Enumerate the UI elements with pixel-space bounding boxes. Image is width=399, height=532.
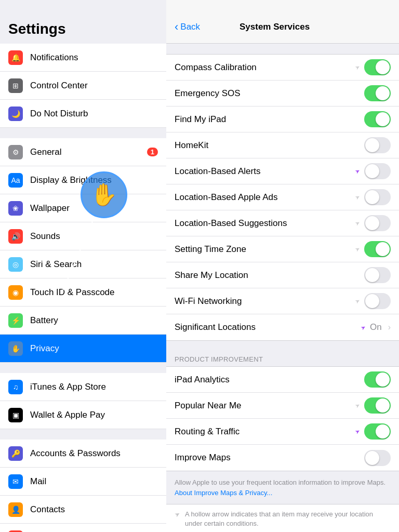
sidebar-label-display: Display & Brightness xyxy=(30,175,158,185)
row-right-popular-near-me: ➤ xyxy=(355,397,391,414)
row-right-location-alerts: ➤ xyxy=(355,163,391,179)
legend-text-0: A hollow arrow indicates that an item ma… xyxy=(185,510,391,528)
row-find-ipad[interactable]: Find My iPad xyxy=(166,107,399,132)
row-routing[interactable]: Routing & Traffic➤ xyxy=(166,419,399,445)
toggle-switch[interactable] xyxy=(364,215,391,231)
sidebar-item-mail[interactable]: ✉Mail xyxy=(0,468,166,496)
mail-icon: ✉ xyxy=(8,474,23,489)
toggle-switch[interactable] xyxy=(364,85,391,101)
row-location-alerts[interactable]: Location-Based Alerts➤ xyxy=(166,158,399,184)
sidebar-header: Settings xyxy=(0,10,166,44)
sidebar-label-sounds: Sounds xyxy=(30,231,158,242)
row-wifi[interactable]: Wi-Fi Networking➤ xyxy=(166,288,399,314)
toggle-knob xyxy=(376,373,390,387)
toggle-switch[interactable] xyxy=(364,293,391,309)
row-ipad-analytics[interactable]: iPad Analytics xyxy=(166,367,399,393)
sidebar-label-general: General xyxy=(30,147,147,157)
row-label-popular-near-me: Popular Near Me xyxy=(175,394,355,417)
row-right-compass: ➤ xyxy=(355,59,391,75)
display-icon: Aa xyxy=(8,173,23,188)
toggle-switch[interactable] xyxy=(364,163,391,179)
sidebar-item-sounds[interactable]: 🔊Sounds xyxy=(0,222,166,250)
row-right-improve-maps xyxy=(364,450,391,466)
toggle-switch[interactable] xyxy=(364,59,391,75)
back-chevron-icon: ‹ xyxy=(175,20,178,34)
toggle-knob xyxy=(365,268,379,282)
sidebar-label-notifications: Notifications xyxy=(30,52,158,63)
row-significant[interactable]: Significant Locations➤On› xyxy=(166,314,399,340)
toggle-knob xyxy=(365,164,379,178)
row-value-significant: On xyxy=(370,322,382,332)
row-right-time-zone: ➤ xyxy=(355,241,391,257)
back-button[interactable]: ‹ Back xyxy=(175,20,200,34)
sidebar-item-do-not-disturb[interactable]: 🌙Do Not Disturb xyxy=(0,100,166,128)
sidebar-item-notifications[interactable]: 🔔Notifications xyxy=(0,44,166,72)
row-location-ads[interactable]: Location-Based Apple Ads➤ xyxy=(166,184,399,210)
badge-general: 1 xyxy=(147,148,158,156)
toggle-switch[interactable] xyxy=(364,189,391,205)
wallet-icon: ▣ xyxy=(8,408,23,422)
sidebar-item-control-center[interactable]: ⊞Control Center xyxy=(0,72,166,100)
purple-arrow-icon: ➤ xyxy=(354,428,361,436)
gray-arrow-icon: ➤ xyxy=(354,219,361,228)
purple-arrow-icon: ➤ xyxy=(360,323,367,331)
sidebar-item-accounts[interactable]: 🔑Accounts & Passwords xyxy=(0,440,166,468)
row-improve-maps[interactable]: Improve Maps xyxy=(166,445,399,471)
row-time-zone[interactable]: Setting Time Zone➤ xyxy=(166,236,399,262)
product-table-group: iPad AnalyticsPopular Near Me➤Routing & … xyxy=(166,366,399,471)
maps-footer-link[interactable]: About Improve Maps & Privacy... xyxy=(175,489,272,497)
sidebar-item-general[interactable]: ⚙General1 xyxy=(0,138,166,166)
sidebar: Settings 🔔Notifications⊞Control Center🌙D… xyxy=(0,0,166,532)
row-compass[interactable]: Compass Calibration➤ xyxy=(166,55,399,81)
toggle-switch[interactable] xyxy=(364,137,391,153)
toggle-switch[interactable] xyxy=(364,267,391,283)
toggle-switch[interactable] xyxy=(364,423,391,440)
nav-bar: ‹ Back System Services xyxy=(166,10,399,44)
sidebar-item-battery[interactable]: ⚡Battery xyxy=(0,307,166,335)
gray-arrow-icon: ➤ xyxy=(354,193,361,202)
row-right-significant: ➤On› xyxy=(361,322,391,332)
row-right-location-suggestions: ➤ xyxy=(355,215,391,231)
toggle-knob xyxy=(376,242,390,256)
contacts-icon: 👤 xyxy=(8,502,23,517)
sidebar-label-wallet: Wallet & Apple Pay xyxy=(30,410,158,420)
sidebar-item-touch[interactable]: ◉Touch ID & Passcode xyxy=(0,278,166,307)
sidebar-item-display[interactable]: AaDisplay & Brightness xyxy=(0,166,166,194)
sidebar-item-wallet[interactable]: ▣Wallet & Apple Pay xyxy=(0,401,166,429)
sidebar-label-privacy: Privacy xyxy=(30,343,158,354)
row-label-improve-maps: Improve Maps xyxy=(175,446,364,469)
row-right-ipad-analytics xyxy=(364,371,391,388)
row-emergency[interactable]: Emergency SOS xyxy=(166,81,399,107)
toggle-knob xyxy=(365,294,379,308)
row-homekit[interactable]: HomeKit xyxy=(166,132,399,158)
toggle-switch[interactable] xyxy=(364,450,391,466)
sidebar-label-battery: Battery xyxy=(30,315,158,326)
notifications-icon: 🔔 xyxy=(8,50,23,65)
row-label-routing: Routing & Traffic xyxy=(175,420,355,443)
row-location-suggestions[interactable]: Location-Based Suggestions➤ xyxy=(166,210,399,236)
sidebar-item-calendar[interactable]: 📅Calendar xyxy=(0,524,166,532)
sidebar-separator xyxy=(0,128,166,138)
row-label-find-ipad: Find My iPad xyxy=(175,108,364,131)
scroll-content[interactable]: Compass Calibration➤Emergency SOSFind My… xyxy=(166,44,399,532)
sidebar-item-contacts[interactable]: 👤Contacts xyxy=(0,496,166,524)
row-label-location-alerts: Location-Based Alerts xyxy=(175,160,355,183)
row-share-location[interactable]: Share My Location xyxy=(166,262,399,288)
wallpaper-icon: ❀ xyxy=(8,201,23,216)
sidebar-item-wallpaper[interactable]: ❀Wallpaper xyxy=(0,194,166,222)
row-right-location-ads: ➤ xyxy=(355,189,391,205)
back-label: Back xyxy=(180,22,200,32)
toggle-switch[interactable] xyxy=(364,111,391,127)
product-section: PRODUCT IMPROVEMENT iPad AnalyticsPopula… xyxy=(166,351,399,471)
row-label-homekit: HomeKit xyxy=(175,134,364,157)
row-right-wifi: ➤ xyxy=(355,293,391,309)
toggle-switch[interactable] xyxy=(364,371,391,388)
row-popular-near-me[interactable]: Popular Near Me➤ xyxy=(166,393,399,419)
general-icon: ⚙ xyxy=(8,145,23,159)
sidebar-item-siri[interactable]: ◎Siri & Search xyxy=(0,250,166,278)
sidebar-item-privacy[interactable]: ✋Privacy xyxy=(0,335,166,363)
sidebar-item-itunes[interactable]: ♫iTunes & App Store xyxy=(0,373,166,401)
toggle-switch[interactable] xyxy=(364,397,391,414)
toggle-switch[interactable] xyxy=(364,241,391,257)
row-label-emergency: Emergency SOS xyxy=(175,82,364,105)
